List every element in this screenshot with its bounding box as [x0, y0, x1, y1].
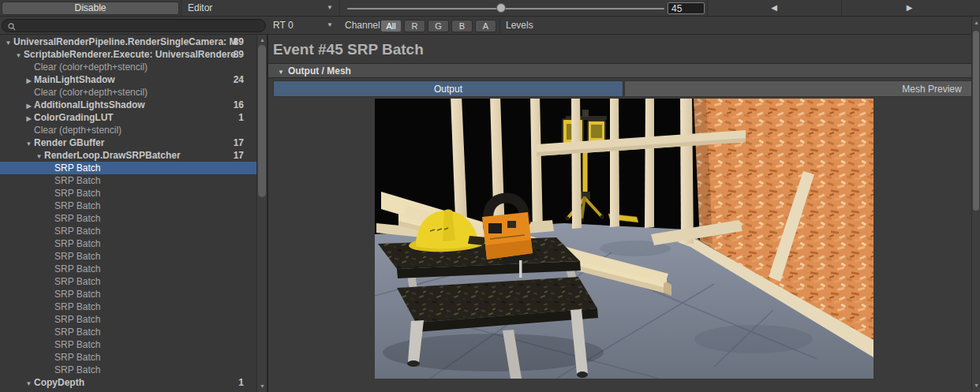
- foldout-label: Output / Mesh: [288, 65, 351, 77]
- tree-row[interactable]: Clear (color+depth+stencil): [0, 61, 256, 73]
- tree-row-label: SRP Batch: [54, 364, 100, 375]
- next-event-button[interactable]: ▶: [841, 0, 977, 16]
- tree-row[interactable]: SRP Batch: [0, 351, 256, 364]
- tree-row-label: SRP Batch: [54, 188, 100, 199]
- tree-row[interactable]: Clear (depth+stencil): [0, 124, 256, 136]
- toolbar-divider: [499, 18, 500, 33]
- foldout-icon[interactable]: ▶: [24, 100, 34, 111]
- chevron-down-icon: ▼: [327, 18, 333, 32]
- event-number-field[interactable]: [668, 2, 705, 14]
- foldout-icon[interactable]: ▼: [13, 50, 24, 61]
- foldout-icon[interactable]: ▼: [3, 37, 13, 48]
- tree-row[interactable]: SRP Batch: [0, 364, 256, 376]
- scroll-up-icon[interactable]: ▲: [972, 18, 980, 28]
- tree-row-label: SRP Batch: [54, 289, 100, 300]
- draw-call-count: 17: [234, 149, 244, 162]
- channel-button-a[interactable]: A: [475, 20, 496, 32]
- tab-output[interactable]: Output: [273, 80, 623, 97]
- tree-row-label: SRP Batch: [54, 352, 100, 363]
- draw-call-count: 17: [234, 136, 244, 149]
- tree-row[interactable]: ▼RenderLoop.DrawSRPBatcher17: [0, 149, 256, 162]
- tree-row[interactable]: SRP Batch: [0, 313, 256, 326]
- draw-call-count: 89: [234, 35, 244, 48]
- search-icon: [7, 22, 17, 32]
- draw-call-count: 16: [234, 99, 244, 111]
- tree-row[interactable]: ▶AdditionalLightsShadow16: [0, 99, 256, 111]
- tree-row[interactable]: SRP Batch: [0, 174, 256, 187]
- levels-label: Levels: [506, 20, 533, 31]
- tree-row[interactable]: SRP Batch: [0, 338, 256, 351]
- channel-button-all[interactable]: All: [380, 20, 402, 32]
- tree-row[interactable]: ▼ScriptableRenderer.Execute: UniversalRe…: [0, 48, 256, 61]
- tree-row-label: SRP Batch: [54, 213, 100, 224]
- tree-row[interactable]: SRP Batch: [0, 301, 256, 313]
- tree-row[interactable]: SRP Batch: [0, 187, 256, 200]
- render-target-dropdown[interactable]: RT 0 ▼: [271, 18, 341, 32]
- tree-row-label: Render GBuffer: [34, 137, 104, 148]
- event-slider[interactable]: [347, 8, 664, 9]
- tree-row[interactable]: ▼CopyDepth1: [0, 376, 256, 389]
- tree-scrollbar[interactable]: ▲ ▼: [256, 35, 267, 392]
- tree-row-label: SRP Batch: [54, 276, 100, 287]
- tree-row-label: SRP Batch: [54, 226, 100, 237]
- channel-button-r[interactable]: R: [404, 20, 425, 32]
- tree-row[interactable]: ▶ColorGradingLUT1: [0, 111, 256, 124]
- tree-row-label: SRP Batch: [54, 314, 100, 325]
- event-details-panel: Event #45 SRP Batch ▼Output / Mesh Outpu…: [268, 35, 971, 392]
- render-preview-image: [375, 99, 873, 379]
- foldout-icon[interactable]: ▶: [24, 75, 34, 86]
- tree-row-label: Clear (color+depth+stencil): [34, 87, 148, 98]
- tree-row[interactable]: SRP Batch: [0, 275, 256, 288]
- foldout-icon[interactable]: ▼: [24, 378, 34, 389]
- tree-row[interactable]: SRP Batch: [0, 162, 256, 174]
- tree-row-label: AdditionalLightsShadow: [34, 99, 145, 110]
- channel-button-g[interactable]: G: [428, 20, 449, 32]
- channels-label: Channels: [345, 20, 385, 31]
- tree-row[interactable]: SRP Batch: [0, 326, 256, 338]
- tree-row[interactable]: SRP Batch: [0, 200, 256, 212]
- tree-row-label: MainLightShadow: [34, 74, 115, 85]
- tree-row-label: SRP Batch: [54, 238, 100, 249]
- event-tree-panel: ▼UniversalRenderPipeline.RenderSingleCam…: [0, 35, 267, 392]
- tab-mesh-preview[interactable]: Mesh Preview: [624, 80, 971, 97]
- event-slider-handle[interactable]: [496, 3, 506, 13]
- tree-row[interactable]: SRP Batch: [0, 237, 256, 250]
- tree-row[interactable]: ▼Render GBuffer17: [0, 136, 256, 149]
- page-title: Event #45 SRP Batch: [273, 41, 424, 58]
- details-scrollbar-thumb[interactable]: [973, 31, 979, 211]
- search-box[interactable]: [2, 19, 266, 32]
- next-arrow-icon: ▶: [907, 3, 913, 12]
- tree-row[interactable]: Clear (color+depth+stencil): [0, 86, 256, 99]
- foldout-icon[interactable]: ▼: [34, 151, 44, 162]
- preview-viewport: ◀ ▶: [268, 98, 971, 380]
- tree-scrollbar-thumb[interactable]: [258, 45, 266, 197]
- previous-event-button[interactable]: ◀: [707, 0, 840, 16]
- render-target-value: RT 0: [273, 20, 294, 31]
- prev-arrow-icon: ◀: [771, 3, 777, 12]
- foldout-icon[interactable]: ▼: [24, 138, 34, 149]
- output-mesh-foldout[interactable]: ▼Output / Mesh: [268, 63, 971, 78]
- tree-row-label: SRP Batch: [54, 251, 100, 262]
- tree-row[interactable]: ▼UniversalRenderPipeline.RenderSingleCam…: [0, 35, 256, 48]
- tree-row[interactable]: SRP Batch: [0, 263, 256, 275]
- disable-button[interactable]: Disable: [2, 2, 179, 15]
- tree-row-label: SRP Batch: [54, 301, 100, 312]
- top-toolbar: Disable Editor ▼ ◀ ▶: [0, 0, 980, 17]
- tree-row[interactable]: SRP Batch: [0, 212, 256, 225]
- tree-row[interactable]: ▶MainLightShadow24: [0, 73, 256, 86]
- draw-call-count: 24: [234, 73, 244, 86]
- tree-row[interactable]: SRP Batch: [0, 225, 256, 237]
- foldout-icon[interactable]: ▶: [24, 113, 34, 124]
- tree-row-label: ScriptableRenderer.Execute: UniversalRen…: [24, 49, 236, 60]
- tree-row-label: ColorGradingLUT: [34, 112, 114, 123]
- tree-row[interactable]: SRP Batch: [0, 250, 256, 263]
- target-select-value: Editor: [188, 2, 212, 13]
- foldout-open-icon: ▼: [278, 69, 284, 76]
- scroll-down-icon[interactable]: ▼: [972, 381, 980, 390]
- search-input[interactable]: [18, 20, 255, 32]
- chevron-down-icon: ▼: [327, 0, 333, 16]
- channel-button-b[interactable]: B: [451, 20, 473, 32]
- tree-row[interactable]: SRP Batch: [0, 288, 256, 301]
- details-scrollbar[interactable]: ▲ ▼: [971, 17, 980, 392]
- target-select-dropdown[interactable]: Editor ▼: [181, 0, 340, 16]
